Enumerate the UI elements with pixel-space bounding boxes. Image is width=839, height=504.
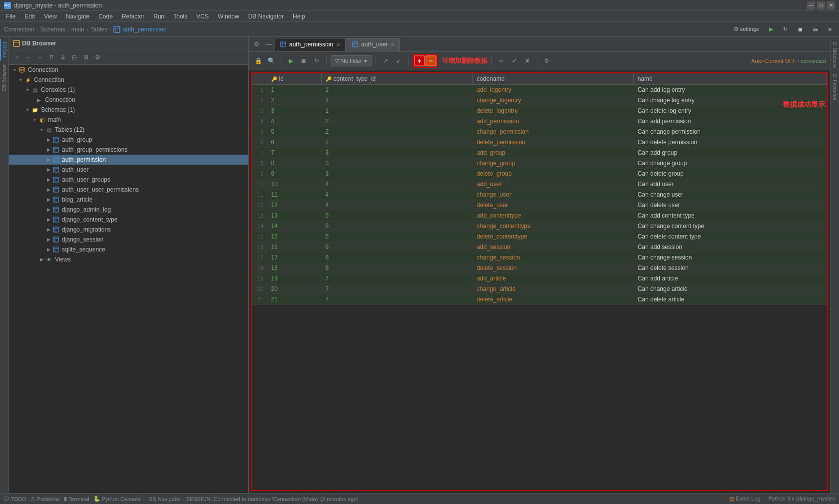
tree-connection-root[interactable]: ▾ Connection (9, 65, 248, 75)
tree-table-auth-user-groups[interactable]: ▶ auth_user_groups (9, 175, 248, 185)
breadcrumb-schemas[interactable]: Schemas (40, 26, 65, 33)
menu-file[interactable]: File (2, 12, 19, 21)
table-row[interactable]: 16 16 6 add_session Can add session (252, 242, 827, 252)
table-row[interactable]: 20 20 7 change_article Can change articl… (252, 284, 827, 294)
rollback-button[interactable]: ✘ (522, 55, 533, 66)
tree-table-django-content-type[interactable]: ▶ django_content_type (9, 215, 248, 225)
col-name[interactable]: name (633, 73, 827, 85)
breadcrumb-auth-permission[interactable]: auth_permission (122, 26, 166, 33)
left-tab-project[interactable]: Project (0, 39, 8, 60)
tab-auth-user-close[interactable]: ✕ (391, 42, 395, 47)
lock-button[interactable]: 🔒 (253, 55, 264, 66)
tree-consoles[interactable]: ▾ ▤ Consoles (1) (9, 85, 248, 95)
tree-table-sqlite-sequence[interactable]: ▶ sqlite_sequence (9, 245, 248, 254)
tree-schemas[interactable]: ▾ 📁 Schemas (1) (9, 105, 248, 115)
table-row[interactable]: 15 15 5 delete_contenttype Can delete co… (252, 232, 827, 242)
tab-auth-permission-close[interactable]: ✕ (336, 42, 340, 47)
tree-console-item[interactable]: ▶ Connection (9, 95, 248, 105)
right-tab-favorites[interactable]: Z: Favorites (831, 71, 839, 103)
toolbar-btn1[interactable]: ↻ (780, 24, 791, 34)
breadcrumb-tables[interactable]: Tables (90, 26, 108, 33)
tab-settings-button[interactable]: ⚙ (251, 38, 263, 50)
maximize-button[interactable]: □ (817, 1, 825, 9)
tree-table-blog-article[interactable]: ▶ blog_article (9, 195, 248, 205)
menu-tools[interactable]: Tools (169, 12, 191, 21)
menu-dbnavigator[interactable]: DB Navigator (244, 12, 288, 21)
table-row[interactable]: 8 8 3 change_group Can change group (252, 158, 827, 169)
table-row[interactable]: 17 17 6 change_session Can change sessio… (252, 252, 827, 263)
menu-code[interactable]: Code (94, 12, 117, 21)
menu-refactor[interactable]: Refactor (118, 12, 148, 21)
filter-button[interactable]: ▽ No Filter ▾ (331, 55, 372, 66)
delete-row-button[interactable]: − (425, 55, 436, 66)
table-row[interactable]: 9 9 3 delete_group Can delete group (252, 169, 827, 179)
tab-minimize-button[interactable]: — (264, 39, 274, 49)
tree-main[interactable]: ▾ ◧ main (9, 115, 248, 125)
table-row[interactable]: 19 19 7 add_article Can add article (252, 273, 827, 284)
table-row[interactable]: 5 5 2 change_permission Can change permi… (252, 127, 827, 137)
tree-table-auth-permission[interactable]: ▶ auth_permission (9, 155, 248, 165)
settings-button[interactable]: ⚙ settings (730, 24, 763, 34)
table-row[interactable]: 4 4 2 add_permission Can add permission (252, 116, 827, 127)
table-row[interactable]: 12 12 4 delete_user Can delete user (252, 200, 827, 211)
tree-tables[interactable]: ▾ ▤ Tables (12) (9, 125, 248, 135)
col-id[interactable]: 🔑 id (267, 73, 321, 85)
add-row-button[interactable]: + (414, 55, 425, 66)
col-content-type-id[interactable]: 🔑 content_type_id (321, 73, 472, 85)
table-row[interactable]: 7 7 3 add_group Can add group (252, 148, 827, 158)
table-row[interactable]: 21 21 7 delete_article Can delete articl… (252, 294, 827, 305)
right-tab-structure[interactable]: Z: Structure (831, 39, 839, 71)
stop-button[interactable]: ⏹ (298, 55, 309, 66)
table-row[interactable]: 2 2 1 change_logentry Can change log ent… (252, 95, 827, 106)
toolbar-btn3[interactable]: ⏭ (810, 25, 822, 34)
menu-vcs[interactable]: VCS (192, 12, 213, 21)
sidebar-expand-btn[interactable]: ⇊ (58, 52, 68, 62)
tree-table-auth-group[interactable]: ▶ auth_group (9, 135, 248, 145)
toolbar-btn2[interactable]: ⏹ (794, 25, 807, 34)
sidebar-collapse-btn[interactable]: ⇈ (46, 52, 56, 62)
sidebar-add-btn[interactable]: + (12, 52, 22, 62)
sidebar-copy-btn[interactable]: ⊞ (81, 52, 91, 62)
tree-views[interactable]: ▶ 👁 Views (9, 254, 248, 264)
window-controls[interactable]: — □ ✕ (807, 1, 835, 9)
table-row[interactable]: 13 13 5 add_contenttype Can add content … (252, 211, 827, 221)
sidebar-settings-btn[interactable]: ⚙ (92, 52, 102, 62)
bottom-tab-problems[interactable]: ⚠ Problems (30, 496, 60, 502)
sidebar-filter-btn[interactable]: ⊟ (69, 52, 79, 62)
edit-button[interactable]: ✏ (496, 55, 507, 66)
breadcrumb-connection[interactable]: Connection (4, 26, 34, 33)
tree-table-django-migrations[interactable]: ▶ django_migrations (9, 225, 248, 235)
sidebar-back-btn[interactable]: ← (23, 52, 33, 62)
search-button[interactable]: 🔍 (266, 55, 277, 66)
run-button[interactable]: ▶ (766, 24, 777, 34)
menu-run[interactable]: Run (149, 12, 168, 21)
bottom-tab-todo[interactable]: ☑ TODO (4, 496, 26, 502)
table-row[interactable]: 11 11 4 change_user Can change user (252, 190, 827, 200)
export-button[interactable]: ↗ (380, 55, 391, 66)
config-button[interactable]: ⚙ (541, 55, 552, 66)
close-button[interactable]: ✕ (827, 1, 835, 9)
menu-view[interactable]: View (40, 12, 61, 21)
bottom-tab-python[interactable]: 🐍 Python Console (93, 496, 141, 502)
left-tab-db-browser[interactable]: DB Browser (0, 61, 8, 94)
table-row[interactable]: 10 10 4 add_user Can add user (252, 179, 827, 190)
table-row[interactable]: 1 1 1 add_logentry Can add log entry (252, 85, 827, 95)
play-button[interactable]: ▶ (285, 55, 296, 66)
table-row[interactable]: 18 18 6 delete_session Can delete sessio… (252, 263, 827, 273)
tree-connection-child[interactable]: ▾ ⚡ Connection (9, 75, 248, 85)
minimize-button[interactable]: — (807, 1, 815, 9)
tab-auth-permission[interactable]: auth_permission ✕ (275, 38, 346, 51)
tree-table-django-admin-log[interactable]: ▶ django_admin_log (9, 205, 248, 215)
menu-edit[interactable]: Edit (20, 12, 39, 21)
toolbar-btn4[interactable]: ≡ (825, 25, 835, 34)
table-row[interactable]: 6 6 2 delete_permission Can delete permi… (252, 137, 827, 148)
col-codename[interactable]: codename (472, 73, 633, 85)
commit-button[interactable]: ✔ (509, 55, 520, 66)
bottom-tab-terminal[interactable]: ▮ Terminal (64, 496, 89, 502)
import-button[interactable]: ↙ (393, 55, 404, 66)
refresh-button[interactable]: ↻ (311, 55, 322, 66)
tree-table-auth-user[interactable]: ▶ auth_user (9, 165, 248, 175)
sidebar-forward-btn[interactable]: → (35, 52, 45, 62)
tree-table-auth-user-perms[interactable]: ▶ auth_user_user_permissions (9, 185, 248, 195)
event-log-label[interactable]: ▤ Event Log (729, 496, 761, 502)
